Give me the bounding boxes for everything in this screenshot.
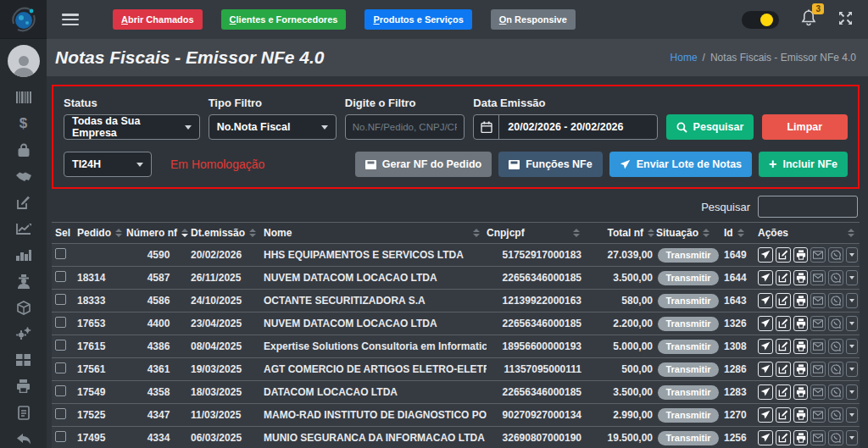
- table-search-input[interactable]: [758, 196, 858, 218]
- email-button[interactable]: [810, 430, 826, 445]
- filtro-input[interactable]: [345, 114, 465, 140]
- print-button[interactable]: [793, 362, 809, 377]
- sort-icon[interactable]: [115, 229, 122, 237]
- email-button[interactable]: [810, 270, 826, 285]
- more-actions-dropdown[interactable]: [846, 430, 858, 445]
- box-icon[interactable]: [13, 300, 35, 315]
- edit-button[interactable]: [776, 430, 791, 445]
- gerar-nf-pedido-button[interactable]: Gerar NF do Pedido: [355, 152, 492, 177]
- chart-bar-icon[interactable]: [13, 247, 35, 263]
- print-button[interactable]: [793, 430, 809, 445]
- barcode-icon[interactable]: [13, 90, 35, 105]
- email-button[interactable]: [810, 316, 826, 331]
- more-actions-dropdown[interactable]: [846, 362, 858, 377]
- row-checkbox[interactable]: [55, 408, 66, 419]
- fullscreen-button[interactable]: [838, 11, 853, 29]
- handshake-icon[interactable]: [13, 169, 35, 184]
- clientes-fornecedores-button[interactable]: Clientes e Fornecedores: [221, 9, 347, 30]
- chart-line-icon[interactable]: [13, 221, 35, 236]
- empresa-select[interactable]: TI24H: [64, 152, 152, 177]
- print-button[interactable]: [793, 247, 809, 263]
- whatsapp-button[interactable]: [828, 407, 843, 423]
- edit-button[interactable]: [776, 247, 791, 263]
- print-button[interactable]: [793, 339, 809, 354]
- tipo-filtro-select[interactable]: No.Nota Fiscal: [209, 114, 337, 140]
- row-checkbox[interactable]: [55, 340, 66, 351]
- user-avatar[interactable]: [8, 45, 40, 77]
- notifications-button[interactable]: 3: [801, 9, 816, 30]
- send-button[interactable]: [758, 247, 773, 263]
- on-responsive-button[interactable]: On Responsive: [491, 9, 576, 30]
- user-secret-icon[interactable]: [13, 274, 35, 289]
- row-checkbox[interactable]: [55, 294, 66, 305]
- reply-icon[interactable]: [13, 431, 35, 446]
- email-button[interactable]: [810, 247, 826, 263]
- funcoes-nfe-button[interactable]: Funções NFe: [498, 152, 603, 177]
- email-button[interactable]: [810, 362, 826, 377]
- whatsapp-button[interactable]: [828, 293, 843, 308]
- row-checkbox[interactable]: [55, 248, 66, 259]
- col-header-acoes[interactable]: Ações: [758, 227, 858, 239]
- more-actions-dropdown[interactable]: [846, 293, 858, 308]
- edit-button[interactable]: [776, 384, 791, 400]
- email-button[interactable]: [810, 293, 826, 308]
- theme-toggle[interactable]: [742, 11, 779, 29]
- table-icon[interactable]: [13, 352, 35, 368]
- print-button[interactable]: [793, 384, 809, 400]
- more-actions-dropdown[interactable]: [846, 384, 858, 400]
- more-actions-dropdown[interactable]: [846, 247, 858, 263]
- col-header-situacao[interactable]: Situação: [656, 227, 721, 239]
- more-actions-dropdown[interactable]: [846, 407, 858, 423]
- more-actions-dropdown[interactable]: [846, 316, 858, 331]
- col-header-pedido[interactable]: Pedido: [77, 227, 126, 239]
- more-actions-dropdown[interactable]: [846, 270, 858, 285]
- col-header-id[interactable]: Id: [721, 227, 758, 239]
- send-button[interactable]: [758, 430, 773, 445]
- edit-button[interactable]: [776, 270, 791, 285]
- abrir-chamados-button[interactable]: Abrir Chamados: [113, 9, 203, 30]
- row-checkbox[interactable]: [55, 431, 66, 442]
- col-header-numero[interactable]: Número nf: [126, 227, 191, 239]
- send-button[interactable]: [758, 384, 773, 400]
- send-button[interactable]: [758, 339, 773, 354]
- sort-icon[interactable]: [473, 229, 480, 237]
- status-select[interactable]: Todas da Sua Empresa: [64, 114, 200, 140]
- send-button[interactable]: [758, 293, 773, 308]
- whatsapp-button[interactable]: [828, 384, 843, 400]
- print-button[interactable]: [793, 316, 809, 331]
- edit-icon[interactable]: [13, 195, 35, 210]
- edit-button[interactable]: [776, 407, 791, 423]
- col-header-totalnf[interactable]: Total nf: [587, 227, 656, 239]
- sort-icon[interactable]: [648, 229, 654, 237]
- whatsapp-button[interactable]: [828, 270, 843, 285]
- email-button[interactable]: [810, 407, 826, 423]
- edit-button[interactable]: [776, 339, 791, 354]
- print-button[interactable]: [793, 293, 809, 308]
- whatsapp-button[interactable]: [828, 247, 843, 263]
- whatsapp-button[interactable]: [828, 430, 843, 445]
- sort-icon-desc[interactable]: [181, 229, 188, 237]
- dollar-icon[interactable]: $: [13, 116, 35, 131]
- row-checkbox[interactable]: [55, 362, 66, 373]
- incluir-nfe-button[interactable]: + Incluir NFe: [759, 152, 848, 177]
- col-header-nome[interactable]: Nome: [264, 227, 487, 239]
- email-button[interactable]: [810, 339, 826, 354]
- produtos-servicos-button[interactable]: Produtos e Serviços: [364, 9, 471, 30]
- send-button[interactable]: [758, 270, 773, 285]
- print-button[interactable]: [793, 270, 809, 285]
- print-button[interactable]: [793, 407, 809, 423]
- whatsapp-button[interactable]: [828, 362, 843, 377]
- breadcrumb-home-link[interactable]: Home: [670, 52, 698, 64]
- sort-icon[interactable]: [703, 229, 709, 237]
- data-emissao-input[interactable]: 20/02/2026 - 20/02/2026: [473, 114, 658, 140]
- whatsapp-button[interactable]: [828, 339, 843, 354]
- col-header-dtemissao[interactable]: Dt.emissão: [191, 227, 264, 239]
- send-button[interactable]: [758, 316, 773, 331]
- more-actions-dropdown[interactable]: [846, 339, 858, 354]
- row-checkbox[interactable]: [55, 271, 66, 282]
- edit-button[interactable]: [776, 362, 791, 377]
- sort-icon[interactable]: [848, 229, 854, 237]
- pesquisar-button[interactable]: Pesquisar: [666, 114, 753, 140]
- email-button[interactable]: [810, 384, 826, 400]
- whatsapp-button[interactable]: [828, 316, 843, 331]
